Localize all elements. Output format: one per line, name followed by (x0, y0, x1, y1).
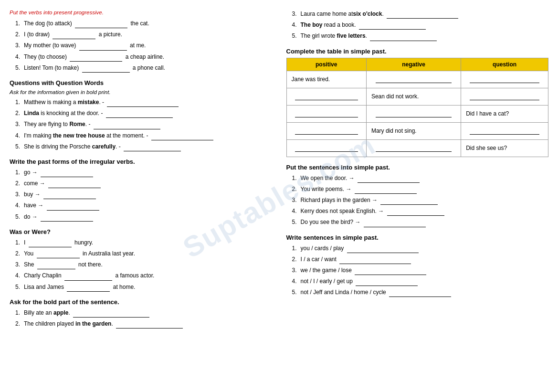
item-num: 3. (10, 260, 20, 269)
item-num: 3. (10, 190, 20, 199)
item-text: I'm making the new tree house at the mom… (24, 131, 215, 140)
item-text: buy → (24, 190, 97, 199)
item-text: They are flying to Rome. - (24, 120, 162, 129)
item-text: She is driving the Porsche carefully. - (24, 142, 182, 151)
list-item: 1. The dog (to attack) the cat. (10, 19, 272, 28)
item-text: Matthew is making a mistake. - (24, 98, 180, 107)
item-text: The girl wrote five letters. (301, 32, 439, 41)
item-num: 4. (286, 21, 297, 30)
table-cell-positive (286, 122, 366, 139)
list-item: 2. Linda is knocking at the door. - (10, 109, 272, 118)
item-text: do → (24, 212, 95, 222)
list-item: 4. not / I / early / get up (286, 277, 549, 286)
item-num: 3. (286, 10, 297, 19)
list-item: 5. Lisa and James at home. (10, 283, 272, 292)
table-cell-negative (366, 105, 461, 122)
table-cell-negative: Sean did not work. (366, 88, 461, 105)
item-num: 2. (10, 319, 20, 328)
table-header-negative: negative (366, 58, 461, 71)
item-num: 1. (286, 244, 297, 253)
table-cell-negative (366, 71, 461, 88)
item-text: you / cards / play (301, 244, 420, 253)
list-item: 5. do → (10, 212, 272, 222)
section-simple-past-table: Complete the table in simple past. posit… (286, 48, 549, 157)
sentences-simple-past-list: 1. We open the door. → 2. You write poem… (286, 174, 549, 227)
table-cell-negative: Mary did not sing. (366, 122, 461, 139)
item-text: Billy ate an apple. (24, 308, 151, 318)
item-num: 4. (286, 207, 297, 216)
table-cell-question (461, 71, 548, 88)
item-num: 5. (286, 32, 297, 41)
item-text: go → (24, 168, 95, 177)
right-column: 3. Laura came home atsix o'clock. 4. The… (286, 10, 549, 335)
table-row: Sean did not work. (286, 88, 548, 105)
item-text: The dog (to attack) the cat. (24, 19, 149, 28)
item-text: I (to draw) a picture. (24, 30, 122, 39)
list-item: 2. I / a car / want (286, 255, 549, 264)
item-num: 3. (286, 196, 297, 205)
instruction-present-progressive: Put the verbs into present progressive. (10, 10, 272, 15)
item-num: 2. (10, 179, 20, 188)
item-text: not / I / early / get up (301, 277, 420, 286)
section-was-were: Was or Were? 1. I hungry. 2. You in Aust… (10, 228, 272, 292)
section-question-words: Questions with Question Words Ask for th… (10, 79, 272, 151)
item-text: come → (24, 179, 102, 188)
table-row: Did I have a cat? (286, 105, 548, 122)
list-item: 2. You in Australia last year. (10, 249, 272, 258)
was-were-list: 1. I hungry. 2. You in Australia last ye… (10, 238, 272, 292)
list-item: 4. They (to choose) a cheap airline. (10, 53, 272, 62)
item-num: 4. (10, 201, 20, 210)
list-item: 4. Charly Chaplin a famous actor. (10, 271, 272, 280)
item-num: 1. (10, 19, 20, 28)
table-cell-negative (366, 139, 461, 157)
list-item: 5. Do you see the bird? → (286, 218, 549, 227)
item-num: 1. (10, 98, 20, 107)
list-item: 1. Billy ate an apple. (10, 308, 272, 318)
table-row: Did she see us? (286, 139, 548, 157)
section-ask-bold: Ask for the bold part of the sentence. 1… (10, 298, 272, 328)
list-item: 3. buy → (10, 190, 272, 199)
list-item: 4. The boy read a book. (286, 21, 549, 30)
item-num: 4. (286, 277, 297, 286)
table-header-question: question (461, 58, 548, 71)
list-item: 2. The children played in the garden. (10, 319, 272, 328)
list-item: 4. Kerry does not speak English. → (286, 207, 549, 216)
section-title-simple-past-table: Complete the table in simple past. (286, 48, 549, 55)
section-irregular-verbs: Write the past forms of the irregular ve… (10, 158, 272, 222)
list-item: 5. Listen! Tom (to make) a phone call. (10, 64, 272, 73)
item-num: 3. (10, 120, 20, 129)
section-title-sentences-simple-past: Put the sentences into simple past. (286, 164, 549, 171)
list-item: 3. Laura came home atsix o'clock. (286, 10, 549, 19)
instruction-question-words: Ask for the information given in bold pr… (10, 89, 272, 95)
top-items-list: 3. Laura came home atsix o'clock. 4. The… (286, 10, 549, 41)
item-text: not / Jeff and Linda / home / cycle (301, 288, 453, 297)
item-text: We open the door. → (301, 174, 421, 183)
item-num: 3. (286, 266, 297, 275)
table-cell-question: Did I have a cat? (461, 105, 548, 122)
item-text: They (to choose) a cheap airline. (24, 53, 164, 62)
list-item: 3. Richard plays in the garden → (286, 196, 549, 205)
item-num: 4. (10, 131, 20, 140)
page: Put the verbs into present progressive. … (10, 10, 548, 335)
list-item: 3. She not there. (10, 260, 272, 269)
item-num: 5. (10, 64, 20, 73)
list-item: 2. come → (10, 179, 272, 188)
list-item: 5. The girl wrote five letters. (286, 32, 549, 41)
item-num: 5. (10, 283, 20, 292)
item-text: Lisa and James at home. (24, 283, 135, 292)
item-num: 4. (10, 53, 20, 62)
table-cell-positive (286, 88, 366, 105)
item-text: I hungry. (24, 238, 93, 247)
table-cell-question (461, 122, 548, 139)
item-num: 2. (10, 30, 20, 39)
item-text: Linda is knocking at the door. - (24, 109, 174, 118)
table-cell-question (461, 88, 548, 105)
item-text: The children played in the garden. (24, 319, 184, 328)
item-text: Do you see the bird? → (301, 218, 427, 227)
left-column: Put the verbs into present progressive. … (10, 10, 272, 335)
item-text: You write poems. → (301, 185, 418, 194)
question-words-list: 1. Matthew is making a mistake. - 2. Lin… (10, 98, 272, 151)
item-text: My mother (to wave) at me. (24, 41, 146, 50)
item-num: 1. (10, 308, 20, 318)
list-item: 3. My mother (to wave) at me. (10, 41, 272, 50)
